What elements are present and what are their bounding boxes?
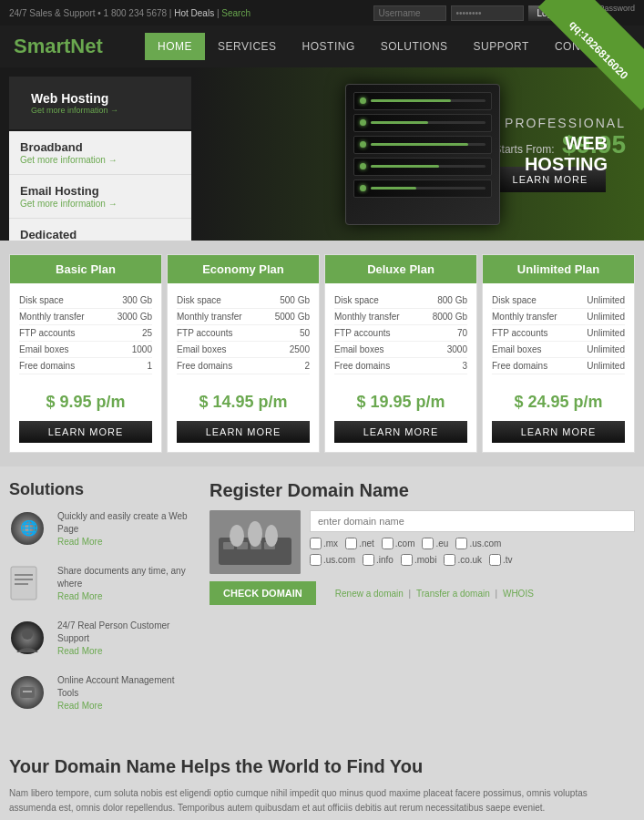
- solution-documents-read-more[interactable]: Read More: [57, 591, 102, 601]
- pricing-plans: Basic Plan Disk space300 Gb Monthly tran…: [0, 241, 644, 466]
- forgot-password-link[interactable]: Forgot Password: [573, 4, 635, 13]
- dedicated-item[interactable]: Dedicated Get more information →: [9, 219, 191, 241]
- logo: SmartNet: [14, 35, 103, 58]
- solution-support-read-more[interactable]: Read More: [57, 646, 102, 656]
- svg-point-19: [265, 525, 278, 547]
- plan-basic-header: Basic Plan: [10, 255, 161, 283]
- plan-economy-btn[interactable]: LEARN MORE: [177, 421, 310, 443]
- table-row: FTP accounts70: [334, 325, 467, 342]
- web-hosting-more: Get more information →: [31, 106, 169, 115]
- plan-unlimited-btn[interactable]: LEARN MORE: [492, 421, 625, 443]
- plan-deluxe-btn[interactable]: LEARN MORE: [334, 421, 467, 443]
- support-icon: [9, 620, 50, 661]
- svg-rect-10: [23, 691, 32, 692]
- solution-documents: Share documents any time, any where Read…: [9, 565, 191, 606]
- table-row: FTP accounts25: [19, 325, 152, 342]
- server-unit-2: [353, 114, 492, 132]
- plan-unlimited-header: Unlimited Plan: [483, 255, 634, 283]
- tld-mx[interactable]: .mx: [310, 538, 338, 549]
- server-unit-5: [353, 179, 492, 198]
- solution-account-read-more[interactable]: Read More: [57, 701, 102, 711]
- email-hosting-link[interactable]: Get more information →: [20, 199, 118, 209]
- domain-helps-title: Your Domain Name Helps the World to Find…: [9, 756, 635, 777]
- nav-home[interactable]: HOME: [145, 33, 205, 60]
- tld-tv[interactable]: .tv: [489, 554, 513, 566]
- header: SmartNet HOME SERVICES HOSTING SOLUTIONS…: [0, 26, 644, 67]
- search-link[interactable]: Search: [221, 8, 250, 18]
- web-hosting-promo: WEB HOSTING: [495, 133, 608, 175]
- domain-title: Register Domain Name: [210, 480, 635, 501]
- hero-image: PROFESSIONAL WEB HOSTING Starts From: $9…: [200, 67, 644, 241]
- solutions-section: Solutions 🌐 Quickly and easily create a …: [9, 480, 191, 729]
- plan-economy: Economy Plan Disk space500 Gb Monthly tr…: [167, 254, 320, 453]
- tld-row-1: .mx .net .com .eu .us.com: [310, 538, 635, 549]
- nav-hosting[interactable]: HOSTING: [290, 33, 368, 60]
- table-row: Email boxes2500: [177, 342, 310, 358]
- tld-row-2: .us.com .info .mobi .co.uk .tv: [310, 554, 635, 566]
- solutions-title: Solutions: [9, 480, 191, 499]
- whois-link[interactable]: WHOIS: [503, 589, 534, 599]
- plan-unlimited-features: Disk spaceUnlimited Monthly transferUnli…: [483, 283, 634, 384]
- tld-mobi[interactable]: .mobi: [401, 554, 436, 566]
- web-hosting-title: Web Hosting Get more information →: [20, 84, 180, 122]
- plan-economy-features: Disk space500 Gb Monthly transfer5000 Gb…: [168, 283, 319, 384]
- logo-net: Net: [70, 35, 102, 57]
- table-row: Disk spaceUnlimited: [492, 292, 625, 309]
- web-hosting-header: Web Hosting Get more information →: [9, 77, 191, 129]
- plan-basic-btn[interactable]: LEARN MORE: [19, 421, 152, 443]
- transfer-domain-link[interactable]: Transfer a domain: [416, 589, 490, 599]
- logo-smart: Smart: [14, 35, 70, 57]
- tld-com[interactable]: .com: [382, 538, 415, 549]
- domain-input[interactable]: [310, 510, 635, 532]
- tld-us-com[interactable]: .us.com: [455, 538, 501, 549]
- hot-deals-link[interactable]: Hot Deals: [174, 8, 214, 18]
- renew-domain-link[interactable]: Renew a domain: [335, 589, 404, 599]
- solution-webpage-read-more[interactable]: Read More: [57, 537, 102, 547]
- plan-deluxe-price: $ 19.95 p/m: [325, 384, 476, 416]
- hero-sidebar: Web Hosting Get more information → Broad…: [0, 67, 200, 241]
- table-row: FTP accountsUnlimited: [492, 325, 625, 342]
- register-link[interactable]: Register: [573, 13, 635, 22]
- nav-support[interactable]: SUPPORT: [461, 33, 542, 60]
- tld-eu[interactable]: .eu: [422, 538, 448, 549]
- document-icon: [9, 565, 50, 606]
- login-button[interactable]: Login: [528, 5, 568, 21]
- svg-point-7: [22, 629, 33, 640]
- plan-deluxe-header: Deluxe Plan: [325, 255, 476, 283]
- plan-deluxe-features: Disk space800 Gb Monthly transfer8000 Gb…: [325, 283, 476, 384]
- plan-unlimited-price: $ 24.95 p/m: [483, 384, 634, 416]
- table-row: Disk space300 Gb: [19, 292, 152, 309]
- nav-services[interactable]: SERVICES: [205, 33, 289, 60]
- email-hosting-item[interactable]: Email Hosting Get more information →: [9, 175, 191, 219]
- table-row: Disk space800 Gb: [334, 292, 467, 309]
- tld-info[interactable]: .info: [363, 554, 394, 566]
- account-icon: [9, 674, 50, 715]
- username-input[interactable]: [373, 5, 446, 21]
- svg-rect-5: [15, 583, 28, 585]
- tld-net[interactable]: .net: [345, 538, 374, 549]
- svg-rect-3: [15, 574, 33, 576]
- top-bar: 24/7 Sales & Support • 1 800 234 5678 | …: [0, 0, 644, 26]
- nav-solutions[interactable]: SOLUTIONS: [368, 33, 461, 60]
- server-graphic: [345, 84, 500, 225]
- domain-register-area: .mx .net .com .eu .us.com .us.com .info …: [210, 510, 635, 574]
- solution-webpage: 🌐 Quickly and easily create a Web Page R…: [9, 510, 191, 551]
- nav-contacts[interactable]: CONTACTS: [542, 33, 630, 60]
- domain-form: .mx .net .com .eu .us.com .us.com .info …: [310, 510, 635, 574]
- solution-account: Online Account Management Tools Read Mor…: [9, 674, 191, 715]
- broadband-link[interactable]: Get more information →: [20, 155, 118, 165]
- tld-co-uk[interactable]: .co.uk: [444, 554, 482, 566]
- plan-unlimited: Unlimited Plan Disk spaceUnlimited Month…: [482, 254, 635, 453]
- tld-us[interactable]: .us.com: [310, 554, 355, 566]
- broadband-item[interactable]: Broadband Get more information →: [9, 131, 191, 175]
- hero-promo-text: PROFESSIONAL WEB HOSTING Starts From: $9…: [495, 116, 626, 192]
- support-text: 24/7 Sales & Support • 1 800 234 5678 | …: [9, 8, 250, 18]
- password-input[interactable]: [451, 5, 524, 21]
- check-domain-button[interactable]: CHECK DOMAIN: [210, 581, 316, 605]
- domain-text-section: Your Domain Name Helps the World to Find…: [0, 743, 644, 820]
- server-unit-1: [353, 92, 492, 110]
- table-row: Disk space500 Gb: [177, 292, 310, 309]
- top-bar-right: Login Forgot Password Register: [373, 4, 636, 22]
- table-row: Email boxesUnlimited: [492, 342, 625, 358]
- domain-links: Renew a domain | Transfer a domain | WHO…: [332, 589, 537, 599]
